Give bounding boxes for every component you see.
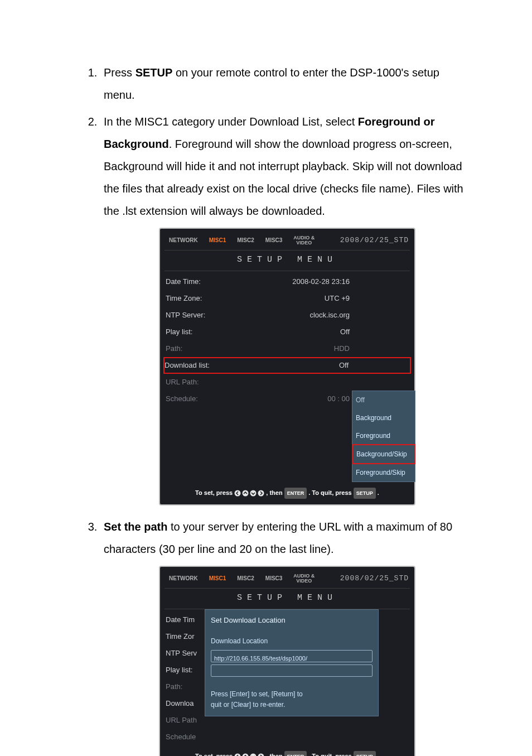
setup-menu-title: SETUP MENU [165,251,410,271]
text: VIDEO [293,579,315,584]
tab-misc1[interactable]: MISC1 [206,234,230,247]
header-datestamp: 2008/02/25_STD [340,233,409,248]
text: quit or [Clear] to re-enter. [211,700,373,710]
settings-rows: Date Time: 2008-02-28 23:16 Time Zone: U… [165,271,410,407]
option-background-skip[interactable]: Background/Skip [352,444,415,464]
value: 00 : 00 [249,392,353,406]
step-2-body: In the MISC1 category under Download Lis… [104,110,471,222]
row-download-list[interactable]: Download list: Off [163,357,411,374]
instruction-list: Press SETUP on your remote control to en… [84,61,471,756]
tabstrip: NETWORK MISC1 MISC2 MISC3 AUDIO & VIDEO … [165,233,410,251]
tabstrip: NETWORK MISC1 MISC2 MISC3 AUDIO & VIDEO … [165,571,410,589]
text: VIDEO [293,240,315,245]
setup-menu-title: SETUP MENU [165,589,410,609]
download-location-dialog: Set Download Location Download Location … [205,609,379,716]
row-date-time[interactable]: Date Time: 2008-02-28 23:16 [165,273,410,290]
option-background[interactable]: Background [352,409,415,427]
text: To set, press [195,489,234,496]
screenshot-misc1-download: NETWORK MISC1 MISC2 MISC3 AUDIO & VIDEO … [159,228,415,505]
text: . [378,489,379,496]
step-3-body: Set the path to your server by entering … [104,516,471,560]
label: Time Zone: [166,291,249,306]
label: Download list: [165,358,248,373]
enter-badge: ENTER [284,751,307,756]
screenshot-url-path-dialog: NETWORK MISC1 MISC2 MISC3 AUDIO & VIDEO … [159,566,415,756]
arrow-left-icon [234,490,241,497]
svg-point-1 [243,490,249,497]
tab-misc1[interactable]: MISC1 [206,572,230,585]
tab-audio-video[interactable]: AUDIO & VIDEO [290,234,318,247]
tab-misc2[interactable]: MISC2 [234,234,258,247]
dialog-subtitle: Download Location [211,630,373,650]
text-bold: Set the path [104,521,167,533]
text: Press [104,66,136,79]
dialog-instructions: Press [Enter] to set, [Return] to quit o… [211,679,373,710]
label: NTP Server: [166,308,249,322]
label: Path: [166,341,249,356]
text: , then [266,753,284,756]
footer-hint: To set, press , then ENTER . To quit, pr… [165,482,410,499]
arrow-down-icon [250,753,257,756]
arrow-icons [234,753,264,756]
enter-badge: ENTER [284,488,307,499]
tab-network[interactable]: NETWORK [166,234,201,247]
svg-point-2 [250,490,257,497]
tab-misc3[interactable]: MISC3 [262,234,286,247]
text: In the MISC1 category under Download Lis… [104,115,358,128]
value: 2008-02-28 23:16 [249,275,353,289]
text: To set, press [195,753,234,756]
svg-point-3 [258,490,264,497]
label: Schedule: [166,392,249,406]
dialog-title: Set Download Location [211,613,373,630]
row-play-list[interactable]: Play list: Off [165,324,410,340]
text: . [378,753,379,756]
arrow-right-icon [258,490,264,497]
step-1: Press SETUP on your remote control to en… [100,61,471,106]
text: . To quit, press [308,489,353,496]
step-2: In the MISC1 category under Download Lis… [100,110,471,505]
value: Off [248,358,352,373]
tab-audio-video[interactable]: AUDIO & VIDEO [290,572,318,585]
tab-network[interactable]: NETWORK [166,572,201,585]
text-bold: SETUP [136,66,173,79]
row-schedule: Schedule [165,729,410,745]
value: UTC +9 [249,291,353,306]
text: . To quit, press [308,753,353,756]
footer-hint: To set, press , then ENTER . To quit, pr… [165,745,410,756]
row-ntp-server[interactable]: NTP Server: clock.isc.org [165,307,410,324]
step-1-body: Press SETUP on your remote control to en… [104,61,471,106]
setup-badge: SETUP [354,488,376,499]
tab-misc2[interactable]: MISC2 [234,572,258,585]
label: Schedule [166,730,249,744]
label: Date Time: [166,275,249,289]
arrow-up-icon [242,490,249,497]
url-input-line-2[interactable] [211,664,373,677]
header-datestamp: 2008/02/25_STD [340,571,409,586]
label: Play list: [166,325,249,339]
download-list-dropdown[interactable]: Off Background Foreground Background/Ski… [352,391,415,482]
row-time-zone[interactable]: Time Zone: UTC +9 [165,290,410,307]
step-3: Set the path to your server by entering … [100,516,471,756]
option-foreground[interactable]: Foreground [352,427,415,445]
row-path: Path: HDD [165,340,410,357]
option-off[interactable]: Off [352,391,415,409]
arrow-left-icon [234,753,241,756]
option-foreground-skip[interactable]: Foreground/Skip [352,464,415,481]
url-input-line-1[interactable]: http://210.66.155.85/test/dsp1000/ [211,650,373,662]
arrow-up-icon [242,753,249,756]
text: , then [266,489,284,496]
arrow-right-icon [258,753,264,756]
tab-misc3[interactable]: MISC3 [262,572,286,585]
text: Press [Enter] to set, [Return] to [211,689,373,700]
svg-point-0 [235,490,241,497]
value: clock.isc.org [249,308,353,322]
setup-badge: SETUP [354,751,376,756]
arrow-icons [234,490,264,497]
label: URL Path: [166,375,249,389]
arrow-down-icon [250,490,257,497]
row-url-path: URL Path: [165,374,410,391]
value: HDD [249,341,353,356]
value: Off [249,325,353,339]
svg-point-6 [250,754,257,756]
